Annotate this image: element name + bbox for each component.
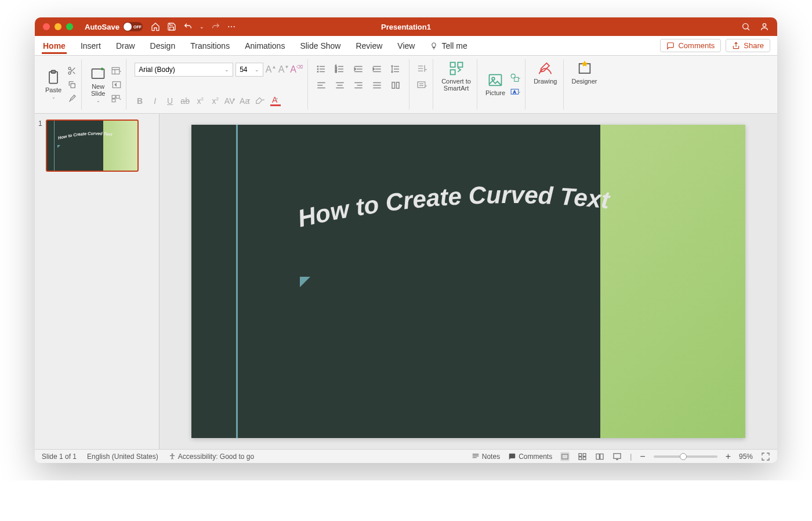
text-direction-button[interactable]: ⌄	[416, 63, 428, 74]
tell-me[interactable]: Tell me	[429, 38, 468, 54]
zoom-out-button[interactable]: −	[640, 451, 645, 462]
bold-button[interactable]: B	[135, 96, 145, 106]
tab-insert[interactable]: Insert	[79, 38, 102, 54]
group-designer: Designer	[566, 59, 603, 110]
group-clipboard: Paste ⌄	[39, 59, 82, 110]
svg-point-13	[317, 66, 318, 67]
convert-smartart-button[interactable]: Convert to SmartArt	[439, 59, 473, 93]
comment-icon	[666, 42, 675, 50]
decrease-font-button[interactable]: A▼	[278, 64, 289, 75]
autosave-toggle[interactable]: OFF	[123, 22, 143, 31]
tab-view[interactable]: View	[396, 38, 416, 54]
justify-button[interactable]	[372, 80, 382, 91]
comments-toggle[interactable]: Comments	[508, 453, 552, 461]
tab-design[interactable]: Design	[149, 38, 177, 54]
clear-formatting-button[interactable]: A⌫	[291, 64, 302, 75]
statusbar: Slide 1 of 1 English (United States) Acc…	[35, 449, 777, 463]
section-button[interactable]: ⌄	[111, 93, 122, 104]
zoom-window-button[interactable]	[66, 23, 73, 30]
text-box-button[interactable]: A⌄	[510, 86, 521, 97]
search-icon[interactable]	[741, 22, 751, 31]
window-controls	[35, 23, 73, 30]
slide-thumbnail-1[interactable]: How to Create Curved Text	[46, 120, 139, 172]
slideshow-button[interactable]	[612, 452, 622, 461]
curved-text-title[interactable]: How to Create Curved Text	[284, 183, 734, 247]
superscript-button[interactable]: x2	[195, 96, 205, 106]
home-icon[interactable]	[151, 22, 160, 31]
bullets-button[interactable]	[316, 64, 327, 74]
align-left-button[interactable]	[316, 80, 327, 91]
columns-button[interactable]	[390, 80, 401, 91]
workspace: 1 How to Create Curved Text How to Crea	[35, 114, 777, 449]
tab-transitions[interactable]: Transitions	[189, 38, 231, 54]
undo-icon[interactable]	[183, 22, 193, 31]
fit-to-window-button[interactable]	[761, 452, 770, 461]
picture-button[interactable]: Picture	[483, 71, 507, 97]
slide[interactable]: How to Create Curved Text	[191, 125, 745, 438]
undo-dropdown[interactable]: ⌄	[200, 24, 204, 30]
drawing-button[interactable]: Drawing	[531, 59, 559, 86]
font-size-select[interactable]: 54⌄	[235, 63, 263, 77]
increase-indent-button[interactable]	[372, 64, 382, 74]
svg-rect-6	[71, 84, 75, 88]
group-paragraph: 123	[310, 59, 409, 110]
close-window-button[interactable]	[43, 23, 50, 30]
minimize-window-button[interactable]	[55, 23, 61, 30]
align-center-button[interactable]	[335, 80, 345, 91]
decrease-indent-button[interactable]	[353, 64, 364, 74]
increase-font-button[interactable]: A▲	[266, 64, 276, 75]
numbering-button[interactable]: 123	[335, 64, 345, 74]
tab-draw[interactable]: Draw	[115, 38, 136, 54]
slide-counter[interactable]: Slide 1 of 1	[42, 453, 77, 461]
line-spacing-button[interactable]	[390, 64, 401, 74]
zoom-percent[interactable]: 95%	[739, 453, 753, 461]
align-right-button[interactable]	[353, 80, 364, 91]
new-slide-button[interactable]: New Slide ⌄	[88, 64, 108, 104]
slide-thumbnails-panel[interactable]: 1 How to Create Curved Text	[35, 114, 160, 449]
save-icon[interactable]	[167, 22, 176, 31]
shapes-button[interactable]: ⌄	[510, 72, 521, 84]
zoom-slider[interactable]	[654, 455, 717, 458]
reset-button[interactable]	[111, 79, 122, 91]
format-painter-button[interactable]	[66, 93, 78, 104]
cut-button[interactable]	[66, 65, 78, 77]
share-button[interactable]: Share	[726, 39, 770, 52]
group-slides: New Slide ⌄ ⌄ ⌄	[84, 59, 126, 110]
language-status[interactable]: English (United States)	[87, 453, 158, 461]
tab-animations[interactable]: Animations	[244, 38, 286, 54]
group-smartart: Convert to SmartArt	[436, 59, 477, 110]
subscript-button[interactable]: x2	[210, 96, 220, 106]
notes-icon	[472, 453, 480, 461]
notes-toggle[interactable]: Notes	[472, 453, 500, 461]
share-icon	[732, 42, 740, 50]
strikethrough-button[interactable]: ab	[180, 96, 190, 106]
align-text-button[interactable]: ⌄	[416, 79, 428, 91]
layout-button[interactable]: ⌄	[111, 65, 122, 77]
tab-review[interactable]: Review	[354, 38, 383, 54]
more-commands-icon[interactable]: ⋯	[227, 22, 236, 31]
paste-button[interactable]: Paste ⌄	[43, 68, 64, 101]
svg-rect-38	[614, 453, 621, 458]
highlight-button[interactable]: ⌄	[255, 96, 266, 106]
font-color-button[interactable]: A⌄	[270, 95, 281, 106]
account-icon[interactable]	[760, 22, 769, 31]
comments-button[interactable]: Comments	[660, 39, 721, 52]
autosave-control[interactable]: AutoSave OFF	[85, 22, 143, 31]
designer-button[interactable]: Designer	[570, 59, 600, 86]
underline-button[interactable]: U	[165, 96, 175, 106]
tab-home[interactable]: Home	[42, 38, 67, 54]
font-name-select[interactable]: Arial (Body)⌄	[135, 63, 233, 77]
character-spacing-button[interactable]: AV⌄	[225, 96, 235, 106]
change-case-button[interactable]: Aa⌄	[240, 96, 251, 106]
tab-slide-show[interactable]: Slide Show	[299, 38, 342, 54]
italic-button[interactable]: I	[150, 96, 160, 106]
reading-view-button[interactable]	[595, 452, 604, 461]
accessibility-status[interactable]: Accessibility: Good to go	[169, 453, 254, 461]
copy-button[interactable]	[66, 79, 78, 91]
redo-icon[interactable]	[211, 22, 220, 31]
subtitle-marker-icon[interactable]	[300, 277, 310, 287]
normal-view-button[interactable]	[560, 452, 570, 461]
slide-sorter-button[interactable]	[578, 452, 587, 461]
slide-canvas-area[interactable]: How to Create Curved Text	[160, 114, 777, 449]
zoom-in-button[interactable]: +	[726, 451, 731, 462]
